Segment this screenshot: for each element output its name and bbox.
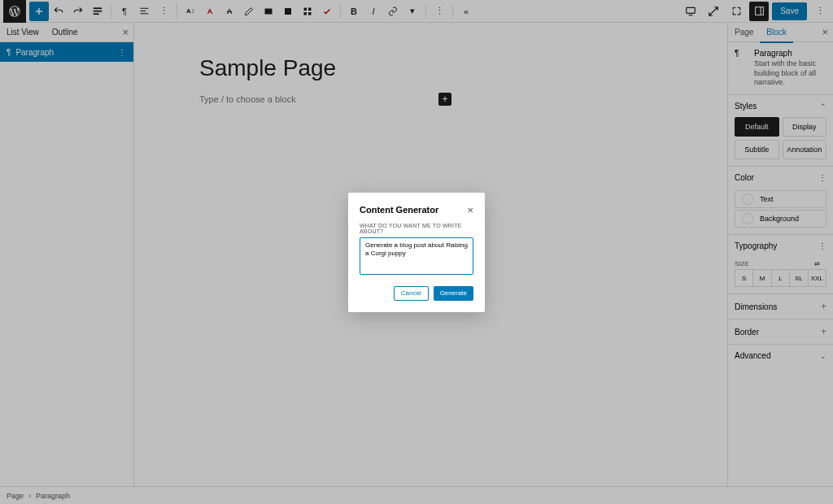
modal-overlay[interactable]: Content Generator × WHAT DO YOU WANT ME … (0, 0, 833, 504)
cancel-button[interactable]: Cancel (394, 286, 429, 301)
modal-prompt-label: WHAT DO YOU WANT ME TO WRITE ABOUT? (360, 223, 473, 234)
prompt-textarea[interactable] (360, 237, 473, 275)
content-generator-modal: Content Generator × WHAT DO YOU WANT ME … (348, 193, 485, 312)
generate-button[interactable]: Generate (434, 286, 473, 301)
modal-title: Content Generator (360, 205, 438, 215)
close-modal-button[interactable]: × (467, 204, 473, 216)
